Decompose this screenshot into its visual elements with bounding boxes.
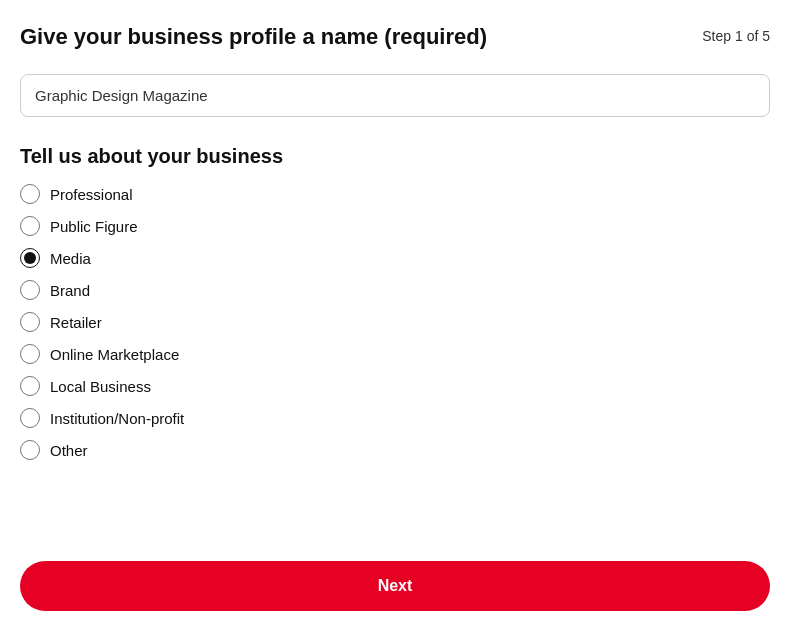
radio-professional[interactable]: Professional (20, 184, 770, 204)
business-name-input[interactable] (20, 74, 770, 117)
radio-retailer-label: Retailer (50, 314, 102, 331)
radio-media-input[interactable] (20, 248, 40, 268)
radio-online-marketplace-label: Online Marketplace (50, 346, 179, 363)
radio-brand-input[interactable] (20, 280, 40, 300)
business-section-title: Tell us about your business (20, 145, 770, 168)
radio-local-business-input[interactable] (20, 376, 40, 396)
radio-institution-nonprofit[interactable]: Institution/Non-profit (20, 408, 770, 428)
radio-local-business-label: Local Business (50, 378, 151, 395)
radio-other-label: Other (50, 442, 88, 459)
radio-public-figure[interactable]: Public Figure (20, 216, 770, 236)
radio-other[interactable]: Other (20, 440, 770, 460)
radio-online-marketplace-input[interactable] (20, 344, 40, 364)
radio-retailer-input[interactable] (20, 312, 40, 332)
page-title: Give your business profile a name (requi… (20, 24, 487, 50)
radio-local-business[interactable]: Local Business (20, 376, 770, 396)
radio-media-label: Media (50, 250, 91, 267)
page-header: Give your business profile a name (requi… (20, 24, 770, 50)
step-indicator: Step 1 of 5 (702, 24, 770, 44)
radio-media[interactable]: Media (20, 248, 770, 268)
radio-institution-nonprofit-label: Institution/Non-profit (50, 410, 184, 427)
radio-online-marketplace[interactable]: Online Marketplace (20, 344, 770, 364)
radio-brand-label: Brand (50, 282, 90, 299)
footer: Next (0, 545, 790, 627)
radio-other-input[interactable] (20, 440, 40, 460)
radio-public-figure-input[interactable] (20, 216, 40, 236)
radio-institution-nonprofit-input[interactable] (20, 408, 40, 428)
radio-retailer[interactable]: Retailer (20, 312, 770, 332)
business-type-radio-group: Professional Public Figure Media Brand R… (20, 184, 770, 460)
radio-public-figure-label: Public Figure (50, 218, 138, 235)
next-button[interactable]: Next (20, 561, 770, 611)
radio-brand[interactable]: Brand (20, 280, 770, 300)
radio-professional-input[interactable] (20, 184, 40, 204)
radio-professional-label: Professional (50, 186, 133, 203)
